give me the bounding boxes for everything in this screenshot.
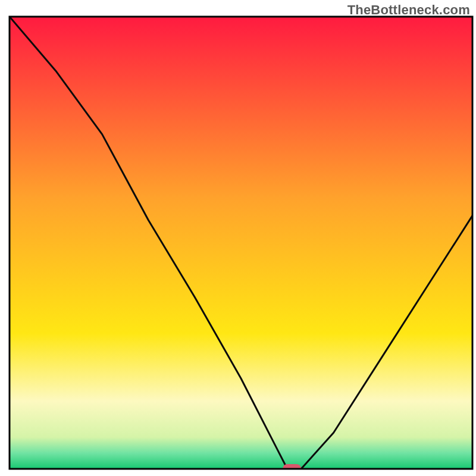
chart-frame: TheBottleneck.com [0, 0, 476, 476]
gradient-background [10, 17, 472, 469]
bottleneck-chart [0, 0, 476, 476]
watermark-label: TheBottleneck.com [347, 2, 470, 18]
